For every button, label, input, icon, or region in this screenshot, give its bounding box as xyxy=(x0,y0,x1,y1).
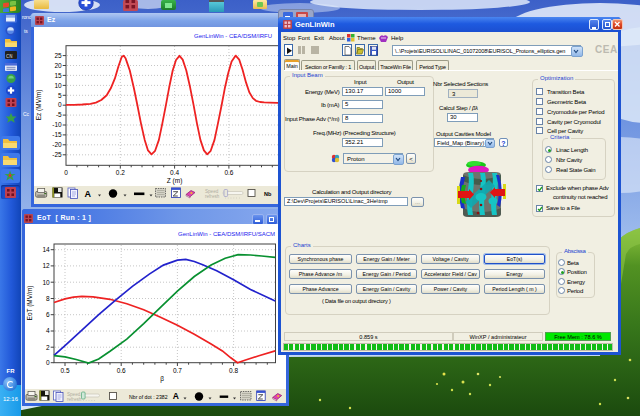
svg-text:0.5: 0.5 xyxy=(60,367,69,374)
svg-text:A: A xyxy=(84,189,91,199)
svg-text:-15: -15 xyxy=(52,131,62,138)
svg-text:4: 4 xyxy=(46,327,50,334)
svg-text:Ez (MV/m): Ez (MV/m) xyxy=(35,90,43,121)
svg-text:-10: -10 xyxy=(52,121,62,128)
svg-text:0.7: 0.7 xyxy=(173,367,182,374)
svg-text:0.4: 0.4 xyxy=(170,169,179,176)
svg-text:0.6: 0.6 xyxy=(224,169,233,176)
svg-text:Z (m): Z (m) xyxy=(167,177,183,185)
svg-text:0: 0 xyxy=(46,359,50,366)
svg-text:6: 6 xyxy=(46,311,50,318)
svg-text:15: 15 xyxy=(54,72,62,79)
svg-text:0.6: 0.6 xyxy=(117,367,126,374)
svg-text:refresh: refresh xyxy=(67,397,82,402)
svg-text:-20: -20 xyxy=(52,141,62,148)
svg-text:EoT (MV/m): EoT (MV/m) xyxy=(26,286,34,321)
svg-text:β: β xyxy=(160,375,164,383)
svg-text:CN: CN xyxy=(6,53,13,60)
svg-text:5: 5 xyxy=(58,92,62,99)
svg-text:14: 14 xyxy=(42,246,50,253)
svg-text:0: 0 xyxy=(58,101,62,108)
svg-text:25: 25 xyxy=(54,52,62,59)
svg-text:refresh: refresh xyxy=(205,194,220,199)
svg-text:8: 8 xyxy=(46,295,50,302)
svg-text:10: 10 xyxy=(42,279,50,286)
svg-text:2: 2 xyxy=(46,344,50,351)
svg-text:Nb: Nb xyxy=(264,191,272,197)
svg-text:20: 20 xyxy=(54,62,62,69)
svg-text:0.8: 0.8 xyxy=(229,367,238,374)
svg-text:0.2: 0.2 xyxy=(116,169,125,176)
svg-text:12: 12 xyxy=(42,262,50,269)
svg-text:-25: -25 xyxy=(52,151,62,158)
svg-text:GenLinWin - CEA/DSM/IRFU/SACM: GenLinWin - CEA/DSM/IRFU/SACM xyxy=(178,231,275,237)
svg-text:-5: -5 xyxy=(56,111,62,118)
svg-text:GenLinWin - CEA/DSM/IRFU: GenLinWin - CEA/DSM/IRFU xyxy=(194,33,272,39)
svg-text:Nbr of dot : 2382: Nbr of dot : 2382 xyxy=(129,394,168,400)
svg-text:10: 10 xyxy=(54,82,62,89)
svg-text:0: 0 xyxy=(64,169,68,176)
svg-text:A: A xyxy=(173,391,179,401)
